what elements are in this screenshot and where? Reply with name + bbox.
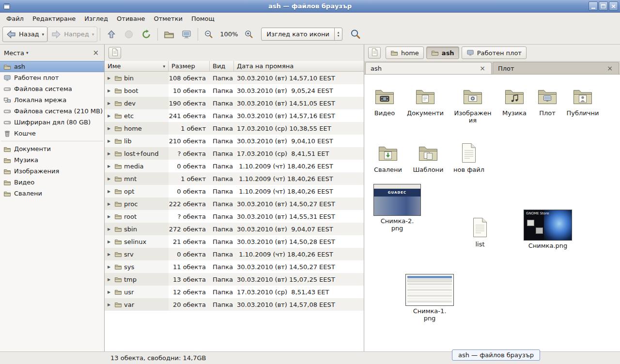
home-button[interactable] — [160, 27, 178, 42]
sidebar-item[interactable]: Локална мрежа — [0, 94, 104, 106]
menu-item[interactable]: Изглед — [80, 14, 112, 24]
icon-view-item[interactable]: Снимка-1. png — [408, 274, 451, 322]
column-header-modified[interactable]: Дата на промяна — [234, 61, 364, 71]
forward-button[interactable]: Напред ▾ — [47, 27, 97, 42]
search-button[interactable] — [346, 27, 365, 42]
column-header-type[interactable]: Вид — [210, 61, 234, 71]
table-row[interactable]: ▶etc241 обектаПапка30.03.2010 (вт) 14,57… — [105, 109, 364, 122]
icon-view-item[interactable]: нов файл — [448, 141, 490, 173]
sidebar-item[interactable]: Файлова система — [0, 83, 104, 94]
path-button[interactable]: home — [386, 46, 424, 59]
icon-view-item[interactable]: Видео — [364, 85, 406, 117]
table-row[interactable]: ▶opt0 обектаПапка 1.10.2009 (чт) 18,40,2… — [105, 185, 364, 197]
path-button[interactable]: ash — [426, 46, 459, 59]
expander-icon[interactable]: ▶ — [108, 76, 112, 80]
table-row[interactable]: ▶home1 обектПапка17.03.2010 (ср) 10,38,5… — [105, 122, 364, 135]
back-button[interactable]: Назад ▾ — [2, 27, 47, 42]
table-row[interactable]: ▶dev190 обектаПапка30.03.2010 (вт) 14,51… — [105, 97, 364, 109]
table-row[interactable]: ▶lib210 обектаПапка30.03.2010 (вт) 9,04,… — [105, 135, 364, 147]
column-header-size[interactable]: Размер — [169, 61, 210, 71]
icon-view-item[interactable]: Публични — [561, 85, 604, 117]
column-header-name[interactable]: Име▾ — [105, 61, 169, 71]
table-row[interactable]: ▶tmp13 обектаПапка30.03.2010 (вт) 15,07,… — [105, 273, 364, 286]
expander-icon[interactable]: ▶ — [108, 227, 112, 231]
expander-icon[interactable]: ▶ — [108, 252, 112, 257]
sidebar-item[interactable]: Музика — [0, 154, 104, 166]
icon-view-item[interactable]: list — [459, 216, 501, 248]
table-row[interactable]: ▶proc222 обектаПапка30.03.2010 (вт) 14,5… — [105, 197, 364, 210]
table-row[interactable]: ▶bin108 обектаПапка30.03.2010 (вт) 14,57… — [105, 72, 364, 84]
icon-view-item[interactable]: GNOME StoreСнимка.png — [527, 210, 569, 249]
icon-view-item[interactable]: Изображен ия — [451, 85, 494, 124]
zoom-in-button[interactable] — [241, 27, 257, 42]
expander-icon[interactable]: ▶ — [108, 290, 112, 294]
expander-icon[interactable]: ▶ — [108, 277, 112, 282]
table-row[interactable]: ▶media0 обектаПапка 1.10.2009 (чт) 18,40… — [105, 160, 364, 172]
location-toggle-button[interactable] — [368, 47, 381, 59]
sidebar-item[interactable]: Документи — [0, 143, 104, 154]
sidebar-item[interactable]: Работен плот — [0, 72, 104, 83]
expander-icon[interactable]: ▶ — [108, 139, 112, 143]
sidebar-item[interactable]: ash — [0, 61, 104, 72]
expander-icon[interactable]: ▶ — [108, 189, 112, 194]
zoom-out-button[interactable] — [201, 27, 217, 42]
menu-item[interactable]: Отметки — [149, 14, 186, 24]
expander-icon[interactable]: ▶ — [108, 265, 112, 269]
computer-button[interactable] — [178, 27, 195, 42]
expander-icon[interactable]: ▶ — [108, 214, 112, 219]
icon-view-item[interactable]: GUADECСнимка-2. png — [376, 184, 418, 232]
table-row[interactable]: ▶boot10 обектаПапка30.03.2010 (вт) 9,05,… — [105, 84, 364, 97]
menu-item[interactable]: Отиване — [112, 14, 149, 24]
sidebar-item[interactable]: Кошче — [0, 128, 104, 139]
taskbar-window-button[interactable]: ash — файлов браузър — [452, 349, 540, 361]
maximize-button[interactable] — [599, 1, 608, 11]
reload-button[interactable] — [138, 27, 155, 42]
tab-close-icon[interactable]: × — [606, 65, 614, 72]
spinner-arrows-icon[interactable]: ▴▾ — [334, 28, 342, 40]
expander-icon[interactable]: ▶ — [108, 177, 112, 181]
sidebar-item[interactable]: Файлова система (210 MB) — [0, 106, 104, 117]
titlebar[interactable]: ash — файлов браузър × — [0, 0, 620, 13]
sidebar-close-icon[interactable]: × — [91, 49, 100, 57]
expander-icon[interactable]: ▶ — [108, 152, 112, 156]
sidebar-item[interactable]: Шифриран дял (80 GB) — [0, 117, 104, 128]
table-row[interactable]: ▶sbin272 обектаПапка30.03.2010 (вт) 9,04… — [105, 223, 364, 235]
table-row[interactable]: ▶usr12 обектаПапка17.03.2010 (ср) 8,51,4… — [105, 286, 364, 298]
table-row[interactable]: ▶lost+found? обектаПапка17.03.2010 (ср) … — [105, 147, 364, 160]
expander-icon[interactable]: ▶ — [108, 114, 112, 118]
close-button[interactable]: × — [609, 1, 618, 11]
expander-icon[interactable]: ▶ — [108, 240, 112, 244]
tab-1[interactable]: Плот× — [493, 62, 619, 74]
expander-icon[interactable]: ▶ — [108, 126, 112, 131]
table-row[interactable]: ▶selinux21 обектаПапка30.03.2010 (вт) 14… — [105, 235, 364, 248]
path-button[interactable]: Работен плот — [462, 46, 527, 59]
sidebar-title[interactable]: Места — [4, 49, 24, 57]
icon-view-item[interactable]: Свалени — [367, 141, 409, 173]
minimize-button[interactable] — [589, 1, 598, 11]
table-row[interactable]: ▶sys11 обектаПапка30.03.2010 (вт) 14,50,… — [105, 260, 364, 273]
sidebar-item[interactable]: Видео — [0, 177, 104, 188]
chevron-down-icon[interactable]: ▾ — [26, 50, 29, 55]
expander-icon[interactable]: ▶ — [108, 89, 112, 93]
menu-item[interactable]: Помощ — [187, 14, 219, 24]
sidebar-item[interactable]: Изображения — [0, 166, 104, 177]
icon-view-item[interactable]: Документи — [404, 85, 447, 117]
sidebar-item[interactable]: Свалени — [0, 188, 104, 199]
view-mode-select[interactable]: Изглед като икони ▴▾ — [261, 28, 342, 41]
expander-icon[interactable]: ▶ — [108, 101, 112, 106]
expander-icon[interactable]: ▶ — [108, 202, 112, 206]
icon-view[interactable]: ВидеоДокументиИзображен ияМузикаПлотПубл… — [364, 75, 620, 351]
menu-item[interactable]: Редактиране — [28, 14, 80, 24]
table-row[interactable]: ▶var20 обектаПапка30.03.2010 (вт) 14,57,… — [105, 298, 364, 311]
table-row[interactable]: ▶root? обектаПапка30.03.2010 (вт) 14,55,… — [105, 210, 364, 223]
expander-icon[interactable]: ▶ — [108, 164, 112, 168]
menu-item[interactable]: Файл — [2, 14, 28, 24]
up-button[interactable] — [103, 27, 120, 42]
table-row[interactable]: ▶mnt1 обектПапка 1.10.2009 (чт) 18,40,26… — [105, 172, 364, 185]
expander-icon[interactable]: ▶ — [108, 303, 112, 307]
chevron-down-icon[interactable]: ▾ — [42, 32, 45, 37]
tab-0[interactable]: ash× — [365, 62, 492, 74]
location-toggle-button[interactable] — [108, 47, 121, 59]
table-row[interactable]: ▶srv0 обектаПапка 1.10.2009 (чт) 18,40,2… — [105, 248, 364, 260]
stop-button[interactable] — [120, 27, 138, 42]
